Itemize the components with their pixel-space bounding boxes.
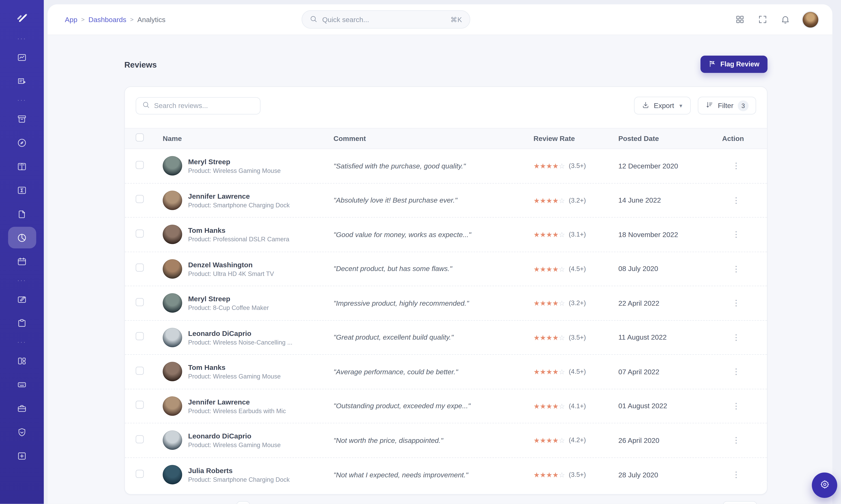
sidebar-item-pie-chart-icon[interactable] xyxy=(8,227,36,249)
rating-value: (4.5+) xyxy=(569,265,586,273)
apps-grid-icon[interactable] xyxy=(735,14,745,25)
reviewer-avatar xyxy=(162,327,182,347)
column-header-comment: Comment xyxy=(333,134,534,143)
reviewer-name: Leonardo DiCaprio xyxy=(188,329,292,338)
row-checkbox[interactable] xyxy=(136,366,144,375)
sidebar-item-archive-icon[interactable] xyxy=(8,108,36,130)
review-comment: "Not what I expected, needs improvement.… xyxy=(333,471,534,479)
sidebar-item-keyboard-icon[interactable] xyxy=(8,374,36,395)
star-filled-icon: ★ xyxy=(534,196,540,204)
sidebar-item-grid-icon[interactable] xyxy=(8,350,36,372)
quick-search-input[interactable]: Quick search... ⌘K xyxy=(302,10,470,29)
reviewer-product: Product: Professional DSLR Camera xyxy=(188,236,290,242)
settings-fab-button[interactable] xyxy=(812,473,837,498)
sidebar-item-kanban-icon[interactable] xyxy=(8,156,36,177)
sidebar-item-receipt-icon[interactable] xyxy=(8,70,36,92)
row-checkbox[interactable] xyxy=(136,161,144,169)
row-actions-menu-icon[interactable]: ⋮ xyxy=(730,435,742,445)
column-header-action: Action xyxy=(722,134,767,143)
star-filled-icon: ★ xyxy=(540,196,546,204)
breadcrumb-app[interactable]: App xyxy=(65,16,78,24)
row-actions-menu-icon[interactable]: ⋮ xyxy=(730,470,742,480)
star-filled-icon: ★ xyxy=(546,231,552,239)
sidebar-item-sigma-icon[interactable] xyxy=(8,179,36,201)
column-header-review-rate: Review Rate xyxy=(534,134,618,143)
notifications-bell-icon[interactable] xyxy=(780,14,791,25)
table-row: Meryl Streep Product: 8-Cup Coffee Maker… xyxy=(125,286,767,321)
filter-button[interactable]: Filter 3 xyxy=(698,96,756,114)
breadcrumb-analytics: Analytics xyxy=(137,16,165,24)
row-checkbox[interactable] xyxy=(136,195,144,203)
star-rating-icons: ★★★★☆ xyxy=(534,195,565,205)
posted-date: 12 December 2020 xyxy=(618,162,722,170)
star-rating-icons: ★★★★☆ xyxy=(534,298,565,308)
page-title: Reviews xyxy=(124,60,157,69)
pagination-page-button[interactable] xyxy=(236,501,250,504)
reviewer-product: Product: Smartphone Charging Dock xyxy=(188,202,290,209)
reviewer-avatar xyxy=(162,156,182,176)
row-checkbox[interactable] xyxy=(136,230,144,238)
sidebar-item-chart-icon[interactable] xyxy=(8,46,36,68)
star-filled-icon: ★ xyxy=(546,300,552,308)
sidebar-item-clipboard-icon[interactable] xyxy=(8,312,36,334)
pagination-next-button[interactable] xyxy=(723,501,757,504)
download-icon xyxy=(641,101,649,110)
search-reviews-placeholder: Search reviews... xyxy=(154,102,208,110)
breadcrumb-separator: > xyxy=(81,16,84,22)
chevron-down-icon: ▼ xyxy=(679,103,683,108)
star-filled-icon: ★ xyxy=(546,334,552,342)
reviewer-name: Leonardo DiCaprio xyxy=(188,432,281,440)
select-all-checkbox[interactable] xyxy=(136,133,144,141)
export-label: Export xyxy=(654,102,674,110)
posted-date: 14 June 2022 xyxy=(618,196,722,204)
star-empty-icon: ☆ xyxy=(559,471,565,479)
sidebar-item-calendar-icon[interactable] xyxy=(8,251,36,272)
reviewer-avatar xyxy=(162,293,182,313)
fullscreen-icon[interactable] xyxy=(757,14,768,25)
table-row: Jennifer Lawrence Product: Smartphone Ch… xyxy=(125,183,767,218)
sidebar-item-briefcase-icon[interactable] xyxy=(8,397,36,419)
posted-date: 11 August 2022 xyxy=(618,334,722,342)
row-checkbox[interactable] xyxy=(136,264,144,272)
breadcrumb-dashboards[interactable]: Dashboards xyxy=(88,16,126,24)
sidebar-item-plus-square-icon[interactable] xyxy=(8,445,36,467)
row-checkbox[interactable] xyxy=(136,298,144,306)
reviewer-avatar xyxy=(162,396,182,416)
star-filled-icon: ★ xyxy=(552,162,559,170)
row-actions-menu-icon[interactable]: ⋮ xyxy=(730,401,742,411)
row-actions-menu-icon[interactable]: ⋮ xyxy=(730,161,742,170)
star-empty-icon: ☆ xyxy=(559,231,565,239)
review-rating: ★★★★☆ (3.1+) xyxy=(534,230,618,239)
row-checkbox[interactable] xyxy=(136,401,144,409)
export-button[interactable]: Export ▼ xyxy=(634,96,691,114)
rating-value: (3.5+) xyxy=(569,471,586,479)
sidebar-section-divider: ··· xyxy=(17,335,27,349)
sidebar-item-edit-icon[interactable] xyxy=(8,288,36,310)
app-logo-icon[interactable] xyxy=(13,7,31,26)
reviewer-product: Product: Wireless Noise-Cancelling ... xyxy=(188,339,292,345)
reviewer-name: Jennifer Lawrence xyxy=(188,398,286,406)
row-actions-menu-icon[interactable]: ⋮ xyxy=(730,230,742,239)
row-actions-menu-icon[interactable]: ⋮ xyxy=(730,332,742,342)
star-rating-icons: ★★★★☆ xyxy=(534,435,565,445)
reviewer-avatar xyxy=(162,191,182,210)
row-checkbox[interactable] xyxy=(136,435,144,443)
user-avatar[interactable] xyxy=(803,12,818,27)
table-row: Tom Hanks Product: Wireless Gaming Mouse… xyxy=(125,355,767,389)
row-checkbox[interactable] xyxy=(136,470,144,478)
row-actions-menu-icon[interactable]: ⋮ xyxy=(730,367,742,376)
row-actions-menu-icon[interactable]: ⋮ xyxy=(730,195,742,205)
row-checkbox[interactable] xyxy=(136,332,144,340)
posted-date: 18 November 2022 xyxy=(618,230,722,238)
flag-review-button[interactable]: Flag Review xyxy=(700,56,768,73)
sidebar-item-file-icon[interactable] xyxy=(8,203,36,225)
posted-date: 08 July 2020 xyxy=(618,265,722,273)
search-reviews-input[interactable]: Search reviews... xyxy=(136,97,260,114)
row-actions-menu-icon[interactable]: ⋮ xyxy=(730,264,742,274)
sidebar-item-shield-icon[interactable] xyxy=(8,421,36,443)
star-filled-icon: ★ xyxy=(540,162,546,170)
sidebar-item-compass-icon[interactable] xyxy=(8,132,36,154)
row-actions-menu-icon[interactable]: ⋮ xyxy=(730,298,742,308)
table-row: Leonardo DiCaprio Product: Wireless Gami… xyxy=(125,423,767,458)
star-empty-icon: ☆ xyxy=(559,368,565,376)
